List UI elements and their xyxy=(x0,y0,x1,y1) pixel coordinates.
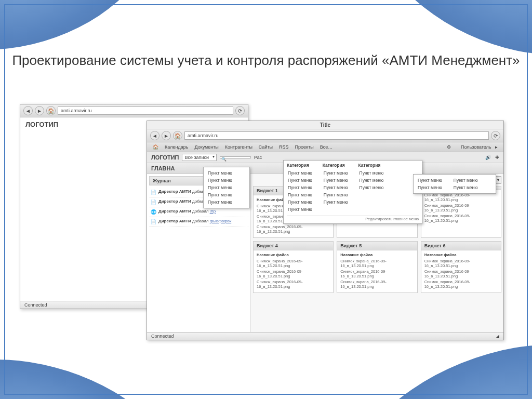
categories-dropdown[interactable]: КатегорияПункт менюПункт менюПункт менюП… xyxy=(283,160,422,224)
file-row[interactable]: Снимок_экрана_2016-09-16_в_13.20.51.png xyxy=(257,258,330,269)
widget-header: Виджет 4 xyxy=(254,242,333,250)
menu-item[interactable]: Пункт меню xyxy=(417,177,443,184)
add-widget-dropdown[interactable]: Пункт менюПункт менюПункт менюПункт меню xyxy=(413,174,496,194)
journal-item: 📄 Директор АМТИ добавил фывфвфвк xyxy=(149,217,248,227)
widget-header: Виджет 5 xyxy=(337,242,417,250)
menu-item[interactable]: Пункт меню xyxy=(323,184,349,191)
journal-link[interactable]: фывфвфвк xyxy=(210,219,232,223)
browser-window-2: Title ◄ ► 🏠 amti.armavir.ru ⟳ 🏠 Календар… xyxy=(147,121,504,340)
edit-main-menu-link[interactable]: Редактировать главное меню xyxy=(287,215,419,221)
menu-item[interactable]: Пункт меню xyxy=(207,184,246,191)
menu-item[interactable]: Пункт меню xyxy=(207,191,246,198)
menu-item[interactable]: Пункт меню xyxy=(287,198,313,206)
decor-swoosh xyxy=(345,0,532,91)
menu-item[interactable]: Пункт меню xyxy=(287,184,313,191)
menu-item[interactable]: Пункт меню xyxy=(323,191,349,198)
menu-item[interactable]: Пункт меню xyxy=(207,198,246,206)
menu-item[interactable]: Пункт меню xyxy=(358,184,385,191)
home-button[interactable]: 🏠 xyxy=(46,106,56,115)
add-icon[interactable]: ✚ xyxy=(495,155,499,160)
file-icon: 🌐 xyxy=(150,209,156,215)
menu-item[interactable]: Пункт меню xyxy=(323,169,349,177)
file-row[interactable]: Снимок_экрана_2016-09-16_в_13.20.51.png xyxy=(340,279,414,289)
file-row[interactable]: Снимок_экрана_2016-09-16_в_13.20.51.png xyxy=(424,279,498,289)
main-menu: 🏠 Календарь Документы Контрагенты Сайты … xyxy=(147,142,503,152)
toolbar: ◄ ► 🏠 amti.armavir.ru ⟳ xyxy=(147,129,503,142)
file-row[interactable]: Снимок_экрана_2016-09-16_в_13.20.51.png xyxy=(340,258,414,269)
reload-button[interactable]: ⟳ xyxy=(235,106,245,115)
journal-link[interactable]: iЛр xyxy=(210,209,216,214)
menu-item[interactable]: Контрагенты xyxy=(222,143,255,151)
category-header: Категория xyxy=(287,163,313,168)
menu-item[interactable]: Пункт меню xyxy=(287,206,313,213)
file-row[interactable]: Снимок_экрана_2016-09-16_в_13.20.51.png xyxy=(424,213,498,223)
home-icon[interactable]: 🏠 xyxy=(150,143,161,151)
url-input[interactable]: amti.armavir.ru xyxy=(184,131,489,140)
filter-extra-label: Рас xyxy=(254,155,262,160)
resize-grip-icon[interactable]: ◢ xyxy=(496,334,499,339)
menu-item[interactable]: Пункт меню xyxy=(323,198,349,206)
widget: Виджет 6Название файлаСнимок_экрана_2016… xyxy=(421,241,501,293)
menu-item[interactable]: Календарь xyxy=(162,143,191,151)
forward-button[interactable]: ► xyxy=(35,106,44,115)
file-icon: 📄 xyxy=(150,199,156,205)
menu-item[interactable]: Пункт меню xyxy=(207,169,246,177)
file-row[interactable]: Снимок_экрана_2016-09-16_в_13.20.51.png xyxy=(257,269,330,279)
file-row[interactable]: Снимок_экрана_2016-09-16_в_13.20.51.png xyxy=(424,269,498,279)
menu-item[interactable]: Проекты xyxy=(292,143,316,151)
menu-item[interactable]: Пункт меню xyxy=(358,169,385,177)
window-title: Title xyxy=(147,121,503,129)
widget: Виджет 5Название файлаСнимок_экрана_2016… xyxy=(337,241,417,293)
sound-icon[interactable]: 🔊 xyxy=(485,155,491,160)
reload-button[interactable]: ⟳ xyxy=(491,131,500,140)
back-button[interactable]: ◄ xyxy=(150,131,159,140)
gear-icon[interactable]: ⚙ xyxy=(444,143,454,151)
home-button[interactable]: 🏠 xyxy=(173,131,182,140)
file-row[interactable]: Снимок_экрана_2016-09-16_в_13.20.51.png xyxy=(340,269,414,279)
search-input[interactable] xyxy=(220,156,251,158)
widget: Виджет 4Название файлаСнимок_экрана_2016… xyxy=(253,241,334,293)
file-icon: 📄 xyxy=(150,189,156,195)
file-row[interactable]: Снимок_экрана_2016-09-16_в_13.20.51.png xyxy=(424,192,498,203)
url-input[interactable]: amti.armavir.ru xyxy=(58,107,233,115)
file-row[interactable]: Снимок_экрана_2016-09-16_в_13.20.51.png xyxy=(424,258,498,269)
menu-item[interactable]: Все… xyxy=(317,143,336,151)
file-row[interactable]: Снимок_экрана_2016-09-16_в_13.20.51.png xyxy=(257,224,330,234)
menu-item[interactable]: Пункт меню xyxy=(207,177,246,184)
forward-button[interactable]: ► xyxy=(162,131,171,140)
category-header: Категория xyxy=(323,163,349,168)
menu-item[interactable]: Документы xyxy=(192,143,221,151)
file-row[interactable]: Снимок_экрана_2016-09-16_в_13.20.51.png xyxy=(257,279,330,289)
journal-item: 🌐 Директор АМТИ добавил iЛр xyxy=(149,207,248,217)
logo-text: ЛОГОТИП xyxy=(151,154,179,161)
filter-dropdown[interactable]: Пункт менюПункт менюПункт менюПункт меню… xyxy=(203,167,250,208)
menu-item[interactable]: Сайты xyxy=(256,143,275,151)
menu-item[interactable]: Пункт меню xyxy=(417,184,443,191)
widget: Снимок_экрана_2016-09-16_в_13.20.51.pngС… xyxy=(421,186,501,238)
menu-item[interactable]: RSS xyxy=(276,143,291,151)
menu-item[interactable]: Пункт меню xyxy=(453,184,479,191)
toolbar: ◄ ► 🏠 amti.armavir.ru ⟳ xyxy=(20,104,248,117)
category-header: Категория xyxy=(358,163,385,168)
filter-select[interactable]: Все записи xyxy=(182,154,217,161)
decor-swoosh xyxy=(0,331,191,399)
menu-item[interactable]: Пункт меню xyxy=(453,177,479,184)
menu-item[interactable]: Пункт меню xyxy=(287,191,313,198)
file-row[interactable]: Снимок_экрана_2016-09-16_в_13.20.51.png xyxy=(424,203,498,213)
menu-item[interactable]: Пункт меню xyxy=(358,177,385,184)
menu-item[interactable]: Пункт меню xyxy=(287,169,313,177)
file-icon: 📄 xyxy=(150,219,156,225)
back-button[interactable]: ◄ xyxy=(23,106,33,115)
slide-title: Проектирование системы учета и контроля … xyxy=(0,52,532,70)
widget-header: Виджет 6 xyxy=(421,242,501,250)
user-menu[interactable]: Пользователь ▸ xyxy=(456,143,500,151)
status-bar: Connected ◢ xyxy=(147,332,503,340)
menu-item[interactable]: Пункт меню xyxy=(287,177,313,184)
menu-item[interactable]: Пункт меню xyxy=(323,177,349,184)
